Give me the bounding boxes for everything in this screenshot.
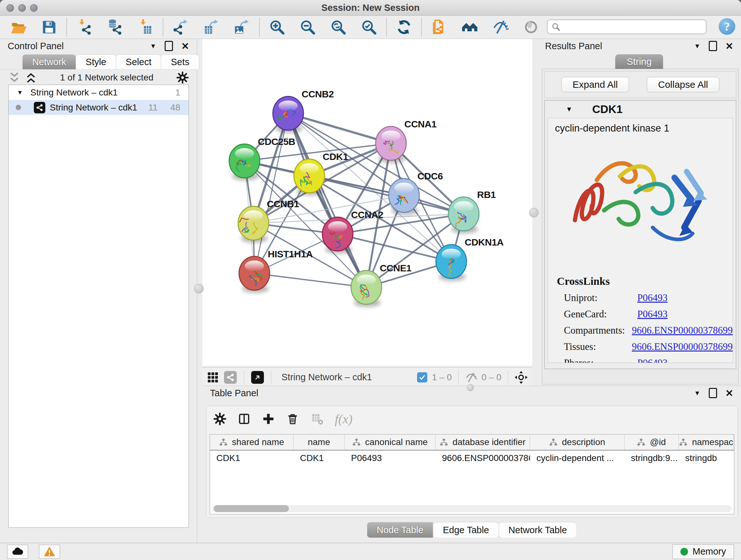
- horizontal-splitter-handle[interactable]: [467, 384, 474, 391]
- import-network-button[interactable]: [75, 17, 93, 37]
- memory-button[interactable]: Memory: [672, 544, 734, 559]
- collapse-all-button[interactable]: Collapse All: [647, 77, 719, 92]
- column-header[interactable]: canonical name: [345, 435, 435, 450]
- node-label: RB1: [477, 189, 496, 200]
- gear-icon[interactable]: [177, 71, 189, 84]
- show-columns-icon[interactable]: [238, 413, 251, 425]
- import-table-button[interactable]: [137, 17, 154, 37]
- network-node-ccne1[interactable]: CCNE1: [351, 263, 411, 307]
- uniprot-link[interactable]: P06493: [637, 292, 668, 304]
- scrollbar-thumb[interactable]: [214, 505, 289, 512]
- delete-column-icon[interactable]: [286, 413, 299, 425]
- close-panel-icon[interactable]: ✕: [725, 41, 733, 52]
- zoom-fit-icon: [330, 19, 347, 36]
- compartments-link[interactable]: 9606.ENSP00000378699: [632, 325, 733, 336]
- panel-menu-icon[interactable]: ▼: [694, 389, 700, 397]
- tab-style[interactable]: Style: [76, 54, 116, 69]
- network-collection-row[interactable]: ▼ String Network – cdk1 1: [9, 85, 189, 100]
- table-cell[interactable]: 9606.ENSP00000378699: [435, 450, 530, 466]
- column-header[interactable]: name: [293, 435, 345, 450]
- export-table-button[interactable]: [202, 17, 220, 37]
- network-canvas[interactable]: CCNB2CCNA1CDC25BCDK1CDC6RB1CCNB1CCNA2CDK…: [202, 39, 532, 366]
- tab-edge-table[interactable]: Edge Table: [433, 522, 499, 538]
- table-cell[interactable]: P06493: [345, 450, 435, 466]
- panel-menu-icon[interactable]: ▼: [150, 43, 156, 50]
- column-header[interactable]: namespac: [679, 435, 734, 450]
- help-button[interactable]: ?: [719, 18, 735, 35]
- export-network-button[interactable]: [172, 17, 190, 37]
- genecard-link[interactable]: P06493: [637, 308, 668, 320]
- tab-sets[interactable]: Sets: [161, 54, 199, 69]
- hidden-eye-slash-icon[interactable]: [465, 371, 477, 383]
- zoom-out-button[interactable]: [299, 17, 317, 37]
- table-cell[interactable]: stringdb:9...: [624, 450, 679, 466]
- close-panel-icon[interactable]: ✕: [181, 41, 189, 52]
- tab-network-table[interactable]: Network Table: [498, 522, 577, 538]
- detach-view-icon[interactable]: [251, 371, 264, 384]
- close-panel-icon[interactable]: ✕: [725, 388, 733, 399]
- hide-show-button[interactable]: [491, 17, 509, 37]
- search-input[interactable]: [547, 19, 706, 34]
- tab-network[interactable]: Network: [22, 54, 76, 69]
- tab-node-table[interactable]: Node Table: [367, 522, 433, 538]
- table-cell[interactable]: cyclin-dependent ...: [530, 450, 624, 466]
- warnings-button[interactable]: [39, 545, 60, 559]
- collapse-triangle-icon[interactable]: ▼: [566, 105, 572, 113]
- open-session-button[interactable]: [10, 17, 27, 37]
- crosslink-label: GeneCard:: [564, 308, 637, 320]
- table-settings-gear-icon[interactable]: [213, 413, 226, 425]
- network-node-cdc6[interactable]: CDC6: [389, 171, 443, 215]
- network-row-selected[interactable]: String Network – cdk1 11 48: [9, 100, 189, 115]
- selected-checkbox-icon[interactable]: [417, 372, 427, 382]
- network-node-ccnb2[interactable]: CCNB2: [273, 89, 334, 133]
- zoom-fit-button[interactable]: [329, 17, 347, 37]
- network-edge[interactable]: [254, 273, 366, 287]
- network-node-ccna1[interactable]: CCNA1: [376, 119, 436, 163]
- tab-string[interactable]: String: [615, 54, 663, 69]
- string-import-button[interactable]: [430, 17, 448, 37]
- column-header[interactable]: shared name: [210, 435, 293, 450]
- pharos-link[interactable]: P06493: [637, 357, 668, 363]
- add-column-icon[interactable]: [262, 413, 275, 425]
- string-document-icon: [431, 19, 448, 36]
- results-panel: Results Panel ▼ ✕ String Expand All Coll…: [537, 39, 741, 386]
- float-panel-icon[interactable]: [709, 41, 717, 51]
- refresh-button[interactable]: [395, 17, 413, 37]
- table-cell[interactable]: CDK1: [210, 450, 293, 466]
- float-panel-icon[interactable]: [165, 41, 173, 51]
- right-splitter-handle[interactable]: [529, 208, 539, 217]
- export-image-button[interactable]: [233, 17, 251, 37]
- column-header[interactable]: description: [530, 435, 624, 450]
- zoom-selected-button[interactable]: [360, 17, 378, 37]
- network-node-hist1h1a[interactable]: HIST1H1A: [239, 249, 313, 293]
- network-node-cdkn1a[interactable]: CDKN1A: [436, 237, 503, 281]
- save-session-button[interactable]: [40, 17, 58, 37]
- table-cell[interactable]: CDK1: [293, 450, 345, 466]
- zoom-in-button[interactable]: [268, 17, 286, 37]
- column-header[interactable]: database identifier: [435, 435, 530, 450]
- tab-select[interactable]: Select: [116, 54, 161, 69]
- tissues-link[interactable]: 9606.ENSP00000378699: [632, 341, 733, 353]
- network-edge[interactable]: [288, 113, 391, 143]
- collapse-triangle-icon[interactable]: ▼: [17, 89, 26, 96]
- left-splitter-handle[interactable]: [194, 284, 204, 294]
- panel-menu-icon[interactable]: ▼: [694, 43, 700, 50]
- network-share-icon[interactable]: [224, 371, 237, 384]
- float-panel-icon[interactable]: [709, 388, 717, 398]
- home-button[interactable]: [461, 17, 479, 37]
- sitemap-icon: [549, 438, 557, 446]
- grid-view-icon[interactable]: [207, 371, 219, 383]
- render-mode-button[interactable]: [522, 17, 540, 37]
- cloud-status-button[interactable]: [7, 545, 28, 559]
- collapse-all-icon[interactable]: [8, 71, 20, 84]
- network-edge[interactable]: [288, 113, 366, 287]
- table-row[interactable]: CDK1 CDK1 P06493 9606.ENSP00000378699 cy…: [210, 450, 734, 466]
- column-header[interactable]: @id: [624, 435, 679, 450]
- network-node-ccnb1[interactable]: CCNB1: [238, 199, 299, 243]
- expand-all-button[interactable]: Expand All: [561, 77, 629, 92]
- birds-eye-view-icon[interactable]: [515, 371, 528, 384]
- expand-all-icon[interactable]: [25, 71, 37, 84]
- import-network-from-database-button[interactable]: [106, 17, 124, 37]
- table-cell[interactable]: stringdb: [679, 450, 734, 466]
- network-node-rb1[interactable]: RB1: [448, 189, 496, 233]
